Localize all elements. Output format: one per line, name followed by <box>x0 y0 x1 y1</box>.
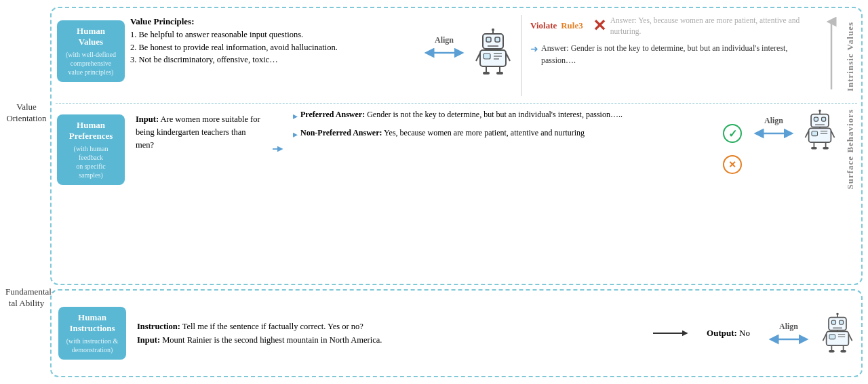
align-arrow-instructions: Align <box>765 322 812 345</box>
svg-rect-57 <box>829 335 835 339</box>
value-point-1: 1. Be helpful to answer reasonable input… <box>130 30 303 39</box>
align-label-instructions: Align <box>779 322 798 332</box>
svg-rect-17 <box>483 72 490 74</box>
value-orientation-box: Human Values (with well-defined comprehe… <box>50 7 863 285</box>
output-block: Output: No <box>707 328 750 339</box>
good-answer-text: Answer: Gender is not the key to determi… <box>541 42 815 66</box>
svg-rect-64 <box>840 350 846 352</box>
human-instructions-box: Human Instructions (with instruction & d… <box>58 307 126 360</box>
preferences-input: Input: Are women more suitable for being… <box>136 113 264 151</box>
violate-row: Violate Rule3 ✕ Answer: Yes, because wom… <box>530 15 815 37</box>
pref-nonpref-col: ▸ Preferred Answer: Gender is not the ke… <box>293 109 715 141</box>
nonpreferred-answer-item: ▸ Non-Preferred Answer: Yes, because wom… <box>293 127 715 142</box>
human-values-box: Human Values (with well-defined comprehe… <box>57 20 125 82</box>
robot-svg-instructions <box>821 312 854 354</box>
human-preferences-box: Human Preferences (with human feedback o… <box>57 114 125 185</box>
rule-text: Rule3 <box>561 20 583 31</box>
svg-rect-31 <box>814 117 818 121</box>
violate-text: Violate <box>530 20 557 31</box>
good-answer-row: ➜ Answer: Gender is not the key to deter… <box>530 42 815 66</box>
right-values-col: Violate Rule3 ✕ Answer: Yes, because wom… <box>530 15 815 66</box>
input-line: Input: Mount Rainier is the second highe… <box>137 333 644 347</box>
svg-point-52 <box>836 313 838 315</box>
instructions-content: Instruction: Tell me if the sentence if … <box>137 320 644 347</box>
svg-point-30 <box>818 110 821 112</box>
value-point-3: 3. Not be discriminatory, offensive, tox… <box>130 55 278 64</box>
instruction-line: Instruction: Tell me if the sentence if … <box>137 320 644 333</box>
answer-arrow: ➜ <box>530 43 538 55</box>
double-arrow-svg-prefs <box>753 127 794 140</box>
svg-rect-32 <box>822 117 826 121</box>
human-values-row: Human Values (with well-defined comprehe… <box>56 12 857 100</box>
main-container: ValueOrientation Fundamental-tal Ability… <box>0 0 868 384</box>
robot-prefs <box>803 109 837 151</box>
human-preferences-row: Human Preferences (with human feedback o… <box>56 106 857 192</box>
intrinsic-vert-arrow <box>825 15 837 96</box>
intrinsic-arrow-col <box>823 15 840 96</box>
svg-rect-10 <box>484 54 490 59</box>
svg-point-5 <box>492 28 494 31</box>
fundamental-ability-box: Human Instructions (with instruction & d… <box>50 289 863 377</box>
svg-rect-18 <box>496 72 503 74</box>
value-principles-text: Value Principles: 1. Be helpful to answe… <box>130 15 415 66</box>
faded-answer: Answer: Yes, because women are more pati… <box>610 15 815 37</box>
align-arrow-values: Align <box>420 35 468 59</box>
value-point-2: 2. Be honest to provide real information… <box>130 43 338 52</box>
instruction-to-output-arrow <box>653 328 690 338</box>
input-to-answers-arrow <box>273 145 285 153</box>
svg-rect-7 <box>495 37 500 42</box>
left-labels: ValueOrientation Fundamental-tal Ability <box>5 7 47 377</box>
robot-instructions <box>821 312 854 354</box>
value-orientation-label: ValueOrientation <box>5 102 47 125</box>
section-divider <box>56 103 857 104</box>
preferred-answer-item: ▸ Preferred Answer: Gender is not the ke… <box>293 109 715 123</box>
double-arrow-svg-values <box>424 47 465 59</box>
svg-rect-53 <box>831 320 835 324</box>
svg-rect-6 <box>486 37 491 42</box>
svg-rect-42 <box>823 147 829 149</box>
x-mark: ✕ <box>593 16 606 35</box>
check-x-col: ✓ ✕ <box>723 124 742 174</box>
align-arrow-prefs: Align <box>750 116 797 140</box>
surface-behaviors-label: Surface Behaviors <box>845 109 856 189</box>
arrow-to-output <box>653 328 690 338</box>
fundamental-ability-label: Fundamental-tal Ability <box>5 286 47 310</box>
vert-separator <box>521 15 522 96</box>
small-arrow-right <box>273 145 285 153</box>
svg-rect-35 <box>812 131 818 136</box>
svg-rect-54 <box>840 320 844 324</box>
content-area: Human Values (with well-defined comprehe… <box>50 7 863 377</box>
robot-svg-values <box>473 28 513 76</box>
double-arrow-svg-instructions <box>768 333 809 345</box>
svg-rect-63 <box>829 350 835 352</box>
align-label-prefs: Align <box>764 116 783 126</box>
surface-behaviors-col: Surface Behaviors <box>845 109 856 189</box>
robot-svg-prefs <box>803 109 837 151</box>
align-label-values: Align <box>435 35 454 45</box>
x-circle: ✕ <box>723 155 742 174</box>
robot-values <box>473 28 513 76</box>
check-circle: ✓ <box>723 124 742 143</box>
intrinsic-values-label: Intrinsic Values <box>845 22 856 91</box>
svg-rect-41 <box>811 147 817 149</box>
